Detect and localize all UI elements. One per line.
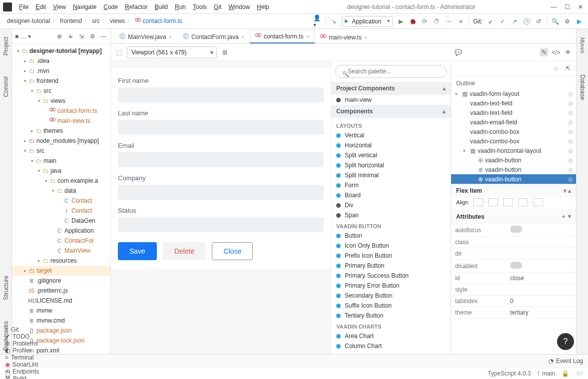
status-lang[interactable]: TypeScript 4.0.3	[488, 370, 531, 377]
palette-item[interactable]: Icon Only Button	[331, 241, 451, 251]
status-branch[interactable]: ᚶ main	[537, 370, 555, 377]
menu-refactor[interactable]: Refactor	[122, 2, 150, 12]
event-log[interactable]: ◔ Event Log	[549, 358, 583, 365]
menu-build[interactable]: Build	[151, 2, 171, 12]
outline-item[interactable]: vaadin-text-field◎	[451, 98, 576, 108]
minimize-icon[interactable]: —	[551, 3, 557, 10]
field-input[interactable]	[118, 152, 324, 167]
tab-close-icon[interactable]: ×	[306, 33, 309, 39]
tree-row[interactable]: contact-form.ts	[12, 106, 110, 116]
tree-row[interactable]: ▾🗀data	[12, 186, 110, 196]
tree-row[interactable]: ▸🗀target	[12, 266, 110, 276]
attr-row[interactable]: disabled	[451, 260, 576, 273]
tree-row[interactable]: CDataGen	[12, 216, 110, 226]
breadcrumb-item[interactable]: designer-tutorial	[5, 16, 52, 25]
palette-item[interactable]: Button	[331, 231, 451, 241]
attr-row[interactable]: themetertiary	[451, 307, 576, 319]
maximize-icon[interactable]: ☐	[565, 3, 570, 10]
profile-icon[interactable]: ⏱	[433, 17, 441, 25]
menu-view[interactable]: View	[50, 2, 69, 12]
breadcrumb-item[interactable]: src	[90, 16, 102, 25]
editor-tab[interactable]: contact-form.ts×	[250, 30, 315, 43]
tree-row[interactable]: ▸🗀resources	[12, 256, 110, 266]
palette-item[interactable]: Column Chart	[331, 341, 451, 351]
tree-row[interactable]: 🗎mvnw.cmd	[12, 316, 110, 326]
align-opt[interactable]	[473, 198, 483, 206]
tree-row[interactable]: ▸🗀.mvn	[12, 66, 110, 76]
editor-tab[interactable]: main-view.ts×	[315, 31, 373, 43]
attr-row[interactable]: dir	[451, 248, 576, 260]
tree-row[interactable]: ▾🗀src	[12, 146, 110, 156]
vcs-commit-icon[interactable]: ✓	[499, 17, 507, 25]
side-tab-database[interactable]: Database	[578, 71, 587, 103]
toggle[interactable]	[510, 262, 522, 269]
attr-row[interactable]: style	[451, 284, 576, 296]
palette-item[interactable]: Primary Button	[331, 261, 451, 271]
menu-file[interactable]: File	[16, 2, 31, 12]
side-tab-commit[interactable]: Commit	[1, 73, 10, 100]
bottom-tab-terminal[interactable]: ⌗Terminal	[5, 354, 51, 361]
project-view-combo[interactable]: ■ … ▾	[15, 33, 31, 40]
tree-row[interactable]: ▸🗀node_modules [myapp]	[12, 136, 110, 146]
vcs-update-icon[interactable]: ↙	[487, 17, 495, 25]
palette-item[interactable]: Horizontal	[331, 140, 451, 150]
tree-row[interactable]: ▾🗀main	[12, 156, 110, 166]
palette-item[interactable]: Secondary Button	[331, 291, 451, 301]
tree-row[interactable]: JS.prettierrc.js	[12, 286, 110, 296]
palette-item[interactable]: Primary Success Button	[331, 271, 451, 281]
editor-tab[interactable]: ⒸContactForm.java×	[177, 29, 250, 43]
delete-button[interactable]: Delete	[163, 242, 206, 260]
tree-row[interactable]: ▾🗀com.example.a	[12, 176, 110, 186]
close-button[interactable]: Close	[212, 242, 253, 260]
preview-mode-icon[interactable]: 👁	[564, 48, 572, 56]
side-tab-structure[interactable]: Structure	[1, 273, 10, 303]
palette-item[interactable]: Split vertical	[331, 150, 451, 160]
expand-icon[interactable]: ≑	[66, 32, 74, 40]
menu-help[interactable]: Help	[254, 2, 272, 12]
designer-canvas[interactable]: First nameLast nameEmailCompanyStatusSav…	[111, 61, 331, 354]
palette-search-input[interactable]	[335, 65, 447, 78]
align-opt[interactable]	[488, 198, 498, 206]
add-viewport-icon[interactable]: ⊞	[221, 48, 229, 56]
palette-item[interactable]: Suffix Icon Button	[331, 301, 451, 311]
tree-row[interactable]: ▸🗀.idea	[12, 56, 110, 66]
palette-item[interactable]: Prefix Icon Button	[331, 251, 451, 261]
coverage-icon[interactable]: ⟳	[421, 17, 429, 25]
tree-row[interactable]: 🗎mvnw	[12, 306, 110, 316]
attr-row[interactable]: tabindex0	[451, 296, 576, 307]
tab-close-icon[interactable]: ×	[364, 34, 367, 40]
tree-row[interactable]: CMainView	[12, 246, 110, 256]
menu-tools[interactable]: Tools	[190, 2, 210, 12]
user-icon[interactable]: 👤▾	[313, 17, 321, 25]
side-tab-project[interactable]: Project	[1, 34, 10, 58]
tree-row[interactable]: ▸🗀themes	[12, 126, 110, 136]
menu-code[interactable]: Code	[100, 2, 121, 12]
tree-row[interactable]: IContact	[12, 206, 110, 216]
side-tab-bookmarks[interactable]: Bookmarks	[1, 318, 10, 354]
tree-row[interactable]: ▾🗀views	[12, 96, 110, 106]
breadcrumb-item[interactable]: contact-form.ts	[133, 16, 184, 25]
select-tool-icon[interactable]: ⬚	[115, 48, 123, 56]
bottom-tab-profiler[interactable]: ◐Profiler	[5, 347, 51, 354]
collapse-icon[interactable]: ⇲	[77, 32, 85, 40]
form-field[interactable]: Last name	[118, 109, 324, 135]
hide-icon[interactable]: —	[99, 32, 107, 40]
outline-item[interactable]: ⊕ vaadin-button◎	[451, 155, 576, 165]
tab-close-icon[interactable]: ×	[169, 34, 172, 40]
palette-section-components[interactable]: Components▴	[331, 105, 451, 118]
vcs-push-icon[interactable]: ↗	[511, 17, 519, 25]
palette-item[interactable]: Primary Error Button	[331, 281, 451, 291]
tree-row[interactable]: CApplication	[12, 226, 110, 236]
bottom-tab-build[interactable]: ⚒Build	[5, 375, 51, 379]
vcs-history-icon[interactable]: 🕓	[523, 17, 531, 25]
close-icon[interactable]: ✕	[578, 3, 583, 10]
tree-row[interactable]: CContact	[12, 196, 110, 206]
run-config-combo[interactable]: Application	[342, 16, 393, 27]
search-icon[interactable]: 🔍	[551, 17, 559, 25]
outline-item[interactable]: vaadin-email-field◎	[451, 117, 576, 127]
help-fab[interactable]: ?	[557, 333, 574, 350]
menu-git[interactable]: Git	[211, 2, 224, 12]
settings-icon[interactable]: ⚙	[563, 17, 571, 25]
tab-close-icon[interactable]: ×	[241, 34, 244, 40]
bottom-tab-problems[interactable]: ⊘Problems	[5, 340, 51, 347]
